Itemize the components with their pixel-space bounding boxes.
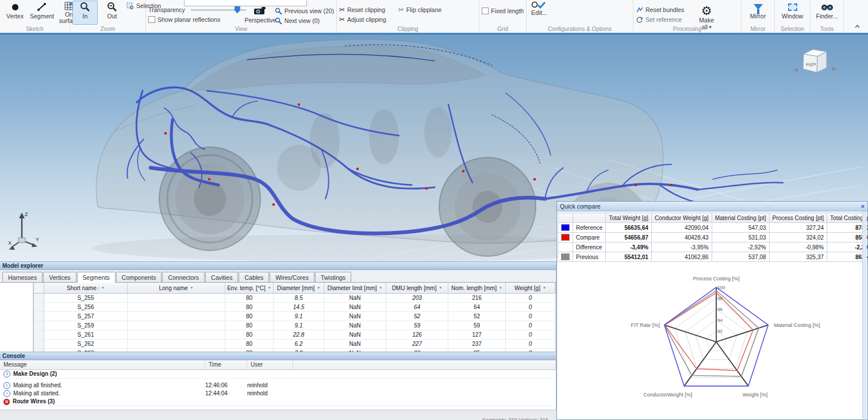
ribbon-group-view: Transparency Show planar reflections Per… xyxy=(146,0,337,33)
ribbon-collapse-chevron[interactable] xyxy=(855,24,860,29)
window-selection-button[interactable]: Window xyxy=(780,1,805,25)
quick-compare-scrollbar[interactable] xyxy=(862,211,867,419)
ribbon-toolbar: Vertex Segment On surface Sketch xyxy=(0,0,868,33)
filter-icon[interactable]: ▼ xyxy=(268,286,271,290)
tab-cavities[interactable]: Cavities xyxy=(205,272,238,282)
segments-table: Short name∕▼ Long name▼ Env. temp. [°C]▼… xyxy=(34,283,556,352)
mirror-funnel-icon xyxy=(754,1,763,13)
make-all-button[interactable]: ⚙ Make all ▾ xyxy=(694,5,719,29)
adjust-clipping-label: Adjust clipping xyxy=(347,16,386,23)
filter-icon[interactable]: ▼ xyxy=(190,286,194,290)
quick-compare-panel: Quick compare × Total Weight [g] Conduct… xyxy=(556,201,868,420)
svg-text:94: 94 xyxy=(717,318,723,323)
transparency-slider-thumb[interactable] xyxy=(235,6,240,14)
transparency-slider[interactable] xyxy=(191,9,246,11)
previous-color-swatch xyxy=(561,253,570,260)
application-window: Vertex Segment On surface Sketch xyxy=(0,0,868,420)
fixed-length-checkbox[interactable] xyxy=(482,7,489,14)
ribbon-group-zoom: In Out Selection Zoom xyxy=(70,0,146,33)
filter-icon[interactable]: ▼ xyxy=(317,286,320,290)
svg-text:96: 96 xyxy=(717,307,723,312)
tab-twistings[interactable]: Twistings xyxy=(315,272,351,282)
perspective-button[interactable]: Perspective xyxy=(248,5,273,29)
group-label-configurations: Configurations & Options xyxy=(527,26,633,32)
table-row[interactable]: S_257809.1NaN52520 xyxy=(34,312,556,321)
gear-icon: ⚙ xyxy=(701,5,712,17)
transparency-label: Transparency xyxy=(148,6,185,13)
table-row[interactable]: Compare 54656,87 40428,43 531,03 324,02 … xyxy=(558,233,868,242)
group-label-selection: Selection xyxy=(775,26,810,32)
console-group-row[interactable]: Make Design (2) xyxy=(0,370,556,379)
console-message-row[interactable]: Making all started. 12:44:04reinhold xyxy=(0,390,556,398)
table-row[interactable]: S_255808.5NaN2032160 xyxy=(34,294,556,303)
table-row[interactable]: S_262806.2NaN2272370 xyxy=(34,340,556,349)
table-row[interactable]: Reference 56635,64 42090,04 547,03 327,2… xyxy=(558,223,868,233)
console-header[interactable]: Message Time User xyxy=(0,360,556,370)
segment-button[interactable]: Segment xyxy=(29,1,55,25)
filter-icon[interactable]: ▼ xyxy=(101,286,105,290)
model-explorer-title: Model explorer xyxy=(0,261,556,270)
planar-reflections-checkbox[interactable] xyxy=(148,16,155,23)
tab-segments[interactable]: Segments xyxy=(77,272,116,283)
reset-clipping-label: Reset clipping xyxy=(347,6,385,13)
table-row[interactable]: Previous 55412,01 41062,86 537,08 325,37… xyxy=(558,252,868,262)
tab-cables[interactable]: Cables xyxy=(239,272,269,282)
model-explorer-tree-pane[interactable] xyxy=(0,283,34,352)
console-group-row[interactable]: Route Wires (3) xyxy=(0,398,556,406)
group-label-view: View xyxy=(146,26,336,32)
scissors-icon: ✂ xyxy=(339,16,345,24)
fixed-length-row: Fixed length xyxy=(482,7,524,15)
finder-button[interactable]: Finder... xyxy=(815,1,840,25)
reset-bundles-button[interactable]: Reset bundles xyxy=(636,6,684,14)
binoculars-icon xyxy=(821,1,834,13)
flip-clipplane-button[interactable]: ✂ Flip clipplane xyxy=(398,6,441,14)
table-row[interactable]: S_2618022.8NaN1261270 xyxy=(34,330,556,340)
group-label-mirror: Mirror xyxy=(742,26,774,32)
group-label-clipping: Clipping xyxy=(337,26,479,32)
view-value-input[interactable] xyxy=(184,0,307,6)
segments-table-header[interactable]: Short name∕▼ Long name▼ Env. temp. [°C]▼… xyxy=(34,283,556,294)
tab-harnesses[interactable]: Harnesses xyxy=(2,272,43,282)
table-row[interactable]: S_2568014.5NaN64640 xyxy=(34,303,556,312)
zoom-in-button[interactable]: In xyxy=(72,1,98,25)
filter-icon[interactable]: ▼ xyxy=(499,286,502,290)
reset-clipping-button[interactable]: ✂ Reset clipping xyxy=(339,6,386,14)
vertex-button[interactable]: Vertex xyxy=(2,1,28,25)
info-icon xyxy=(3,371,10,377)
next-view-button[interactable]: Next view (0) xyxy=(275,17,334,25)
tab-vertices[interactable]: Vertices xyxy=(43,272,76,282)
console-panel: Console Message Time User Make Design (2… xyxy=(0,352,556,410)
view-cube[interactable]: Right xyxy=(793,49,837,76)
ribbon-group-sketch: Vertex Segment On surface Sketch xyxy=(0,0,70,33)
zoom-out-button[interactable]: Out xyxy=(99,1,125,25)
tab-components[interactable]: Components xyxy=(116,272,162,282)
table-row[interactable]: S_259809.1NaN59590 xyxy=(34,321,556,330)
error-icon xyxy=(3,399,10,405)
reference-color-swatch xyxy=(561,224,570,231)
previous-view-button[interactable]: Previous view (20) xyxy=(275,7,334,15)
group-label-tools: Tools xyxy=(811,26,843,32)
adjust-clipping-button[interactable]: ✂ Adjust clipping xyxy=(339,16,386,24)
difference-color-swatch xyxy=(562,244,569,250)
vertex-label: Vertex xyxy=(6,13,24,20)
flip-clipplane-label: Flip clipplane xyxy=(406,6,441,13)
compare-color-swatch xyxy=(561,234,570,241)
filter-icon[interactable]: ▼ xyxy=(379,286,383,290)
set-reference-button[interactable]: Set reference xyxy=(636,16,684,24)
close-icon[interactable]: × xyxy=(861,203,865,210)
orbit-arrow-right-icon xyxy=(832,67,837,71)
table-row[interactable]: Difference -3,49% -3,95% -2,92% -0,98% -… xyxy=(558,242,868,252)
svg-text:92: 92 xyxy=(717,329,723,334)
scissors-icon: ✂ xyxy=(398,6,404,14)
filter-icon[interactable]: ▼ xyxy=(543,286,546,290)
console-message-row[interactable]: Making all finished. 12:46:06reinhold xyxy=(0,382,556,390)
tab-connectors[interactable]: Connectors xyxy=(162,272,205,282)
tab-wires-cores[interactable]: Wires/Cores xyxy=(270,272,314,282)
filter-icon[interactable]: ▼ xyxy=(439,286,442,290)
mirror-button[interactable]: Mirror xyxy=(746,1,771,25)
zoom-out-icon xyxy=(107,1,117,13)
model-explorer-tabs: Harnesses Vertices Segments Components C… xyxy=(0,270,556,283)
group-label-processing: Processing xyxy=(633,26,741,32)
edit-configurations-button[interactable]: Edit... xyxy=(531,9,631,16)
ribbon-group-tools: Finder... Tools xyxy=(811,0,844,33)
